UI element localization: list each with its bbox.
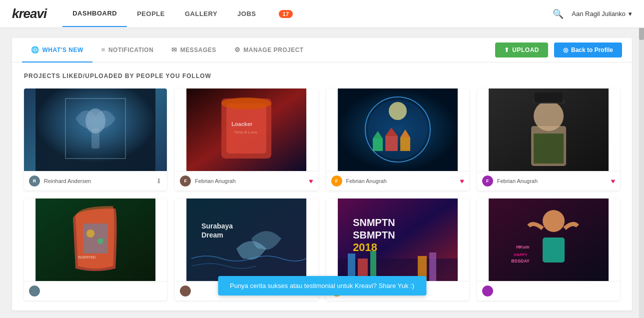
svg-rect-13: [373, 138, 383, 151]
svg-rect-27: [83, 224, 108, 254]
main-content: 🌐 WHAT'S NEW ≡ NOTIFICATION ✉ MESSAGES ⚙…: [0, 28, 644, 318]
scrollbar-track[interactable]: [639, 0, 644, 318]
header: kreavi DASHBOARD PEOPLE GALLERY JOBS 17 …: [0, 0, 644, 28]
svg-point-19: [389, 102, 407, 120]
content-card: 🌐 WHAT'S NEW ≡ NOTIFICATION ✉ MESSAGES ⚙…: [12, 38, 632, 310]
nav-item-dashboard[interactable]: DASHBOARD: [62, 0, 127, 27]
avatar-shape: F: [331, 176, 342, 186]
svg-text:SNMPTN: SNMPTN: [353, 217, 395, 228]
avatar-shape: [482, 286, 493, 296]
project-image-0: [24, 88, 167, 171]
project-avatar-0: R: [29, 176, 40, 186]
svg-text:INVERTED: INVERTED: [78, 256, 95, 259]
svg-point-7: [221, 98, 271, 110]
nav-item-jobs[interactable]: JOBS: [227, 1, 266, 26]
avatar-shape: R: [29, 176, 40, 186]
upload-icon: ⬆: [504, 46, 510, 54]
project-author-1: Febrian Anugrah: [195, 178, 309, 184]
project-like-icon-1[interactable]: ♥: [309, 177, 313, 185]
toast-message: Punya cerita sukses atau testimonial unt…: [230, 282, 414, 290]
tab-manage-project[interactable]: ⚙ MANAGE PROJECT: [225, 38, 313, 62]
project-footer-3: F Febrian Anugrah ♥: [477, 171, 620, 190]
svg-text:BSSDAY: BSSDAY: [511, 258, 530, 264]
svg-text:SBMPTN: SBMPTN: [353, 230, 395, 240]
project-card-1[interactable]: Loacker Torta di Luna F Febrian Anugrah …: [175, 88, 318, 190]
project-card-0[interactable]: R Reinhard Andersen ⬇: [24, 88, 167, 190]
project-image-1: Loacker Torta di Luna: [175, 88, 318, 171]
header-right: 🔍 Aan Ragil Julianko ▾: [553, 8, 632, 20]
svg-text:Torta di Luna: Torta di Luna: [234, 130, 257, 134]
tab-whats-new[interactable]: 🌐 WHAT'S NEW: [22, 38, 92, 62]
tabs-actions: ⬆ UPLOAD ◎ Back to Profile: [495, 42, 622, 58]
list-icon: ≡: [101, 46, 105, 54]
project-avatar-4: [29, 286, 40, 296]
user-name: Aan Ragil Julianko: [572, 10, 626, 18]
svg-rect-46: [543, 238, 565, 262]
back-profile-button[interactable]: ◎ Back to Profile: [554, 42, 622, 58]
svg-rect-43: [429, 252, 436, 281]
project-author-0: Reinhard Andersen: [44, 178, 156, 184]
back-profile-label: Back to Profile: [571, 46, 613, 54]
search-icon[interactable]: 🔍: [553, 8, 564, 20]
svg-point-28: [86, 230, 94, 238]
project-card-4[interactable]: INVERTED: [24, 198, 167, 300]
section-title: PROJECTS LIKED/UPLOADED BY PEOPLE YOU FO…: [24, 72, 620, 80]
avatar-shape: F: [180, 176, 191, 186]
project-image-2: [326, 88, 469, 171]
project-card-7[interactable]: HKum HAPPY BSSDAY: [477, 198, 620, 300]
svg-rect-24: [535, 92, 563, 102]
user-menu[interactable]: Aan Ragil Julianko ▾: [572, 10, 632, 18]
svg-point-29: [97, 238, 103, 244]
project-avatar-2: F: [331, 176, 342, 186]
project-card-3[interactable]: F Febrian Anugrah ♥: [477, 88, 620, 190]
project-image-6: SNMPTN SBMPTN 2018: [326, 198, 469, 281]
globe-icon: 🌐: [31, 46, 39, 54]
project-image-3: [477, 88, 620, 171]
tab-whats-new-label: WHAT'S NEW: [42, 46, 83, 54]
nav-item-gallery[interactable]: GALLERY: [175, 1, 227, 26]
tab-messages-label: MESSAGES: [180, 46, 216, 54]
project-avatar-5: [180, 286, 191, 296]
project-image-5: Surabaya Dream: [175, 198, 318, 281]
project-image-7: HKum HAPPY BSSDAY: [477, 198, 620, 281]
svg-rect-17: [400, 138, 410, 151]
projects-section: PROJECTS LIKED/UPLOADED BY PEOPLE YOU FO…: [12, 62, 632, 310]
projects-grid: R Reinhard Andersen ⬇: [24, 88, 620, 300]
svg-rect-6: [226, 104, 266, 154]
project-footer-1: F Febrian Anugrah ♥: [175, 171, 318, 190]
upload-button[interactable]: ⬆ UPLOAD: [495, 42, 548, 58]
project-download-icon[interactable]: ⬇: [156, 177, 162, 185]
nav-item-people[interactable]: PEOPLE: [127, 1, 175, 26]
envelope-icon: ✉: [171, 46, 177, 54]
project-footer-4: [24, 281, 167, 300]
tab-notification[interactable]: ≡ NOTIFICATION: [92, 38, 163, 62]
back-profile-icon: ◎: [563, 46, 568, 54]
svg-text:HKum: HKum: [516, 244, 530, 250]
nav-item-notifications[interactable]: 17: [266, 1, 302, 26]
tab-manage-label: MANAGE PROJECT: [243, 46, 303, 54]
tab-notification-label: NOTIFICATION: [108, 46, 153, 54]
project-footer-7: [477, 281, 620, 300]
svg-text:Loacker: Loacker: [231, 121, 253, 127]
svg-rect-25: [534, 134, 564, 164]
notification-badge: 17: [279, 10, 292, 18]
project-card-2[interactable]: F Febrian Anugrah ♥: [326, 88, 469, 190]
main-nav: DASHBOARD PEOPLE GALLERY JOBS 17: [62, 0, 553, 27]
project-author-2: Febrian Anugrah: [346, 178, 460, 184]
tab-messages[interactable]: ✉ MESSAGES: [162, 38, 225, 62]
upload-label: UPLOAD: [512, 46, 539, 54]
logo[interactable]: kreavi: [12, 6, 46, 22]
svg-text:HAPPY: HAPPY: [514, 252, 528, 257]
avatar-shape: [180, 286, 191, 296]
svg-text:Surabaya: Surabaya: [201, 222, 233, 230]
project-like-icon-3[interactable]: ♥: [611, 177, 615, 185]
avatar-shape: F: [482, 176, 493, 186]
tabs-bar: 🌐 WHAT'S NEW ≡ NOTIFICATION ✉ MESSAGES ⚙…: [12, 38, 632, 62]
svg-rect-2: [91, 128, 99, 148]
project-like-icon-2[interactable]: ♥: [460, 177, 464, 185]
gear-icon: ⚙: [234, 46, 241, 54]
project-author-3: Febrian Anugrah: [497, 178, 611, 184]
toast-notification: Punya cerita sukses atau testimonial unt…: [218, 276, 426, 296]
avatar-shape: [29, 286, 40, 296]
project-avatar-7: [482, 286, 493, 296]
